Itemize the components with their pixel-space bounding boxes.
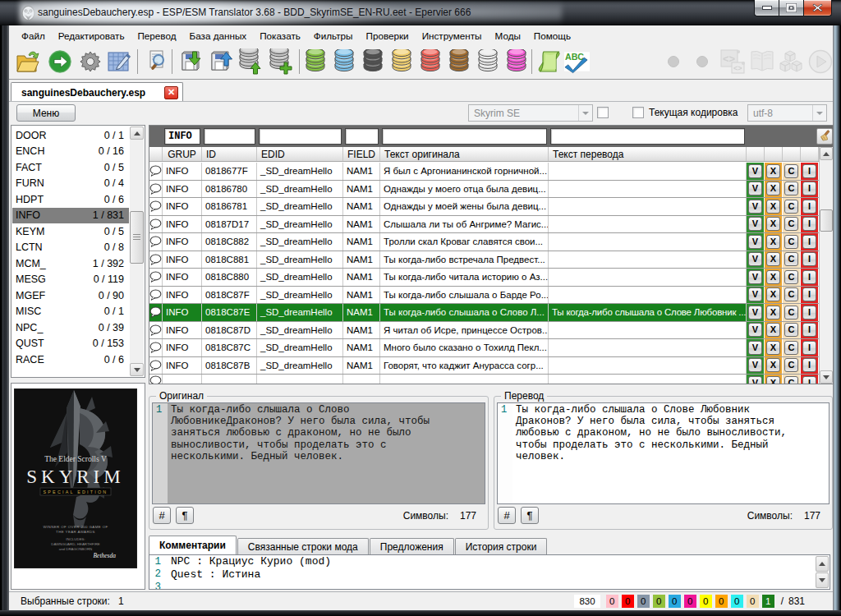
- hash-button[interactable]: #: [498, 507, 516, 524]
- search-icon[interactable]: [142, 48, 169, 76]
- close-button[interactable]: [803, 0, 832, 16]
- row-button-v[interactable]: V: [748, 358, 762, 372]
- tab-предложения[interactable]: Предложения: [370, 538, 454, 554]
- db-red-icon[interactable]: [416, 48, 443, 76]
- row-button-c[interactable]: C: [784, 164, 798, 178]
- row-button-x[interactable]: X: [766, 358, 780, 372]
- row-button-i[interactable]: I: [802, 306, 816, 319]
- scroll-up-icon[interactable]: [820, 147, 833, 160]
- row-button-x[interactable]: X: [766, 306, 780, 319]
- load-translation-icon[interactable]: [207, 48, 234, 76]
- group-item-npc_[interactable]: NPC_0 / 39: [12, 319, 129, 336]
- group-item-misc[interactable]: MISC0 / 1: [12, 304, 129, 320]
- group-item-mgef[interactable]: MGEF0 / 90: [12, 287, 129, 304]
- clear-filters-button[interactable]: [816, 128, 833, 145]
- row-button-i[interactable]: I: [802, 182, 816, 195]
- group-item-info[interactable]: INFO1 / 831: [12, 208, 129, 224]
- menu-показать[interactable]: Показать: [253, 27, 307, 44]
- row-button-i[interactable]: I: [802, 358, 816, 372]
- row-button-v[interactable]: V: [748, 217, 762, 231]
- group-item-door[interactable]: DOOR0 / 1: [12, 127, 129, 144]
- open-file-icon[interactable]: [14, 48, 41, 76]
- translation-editor[interactable]: 1 Ты когда-либо слышала о Слове Любовник…: [497, 402, 830, 504]
- group-item-hdpt[interactable]: HDPT0 / 6: [12, 191, 129, 208]
- minimize-button[interactable]: [754, 0, 779, 16]
- scroll-down-icon[interactable]: [130, 363, 144, 376]
- filter-input-edid[interactable]: [259, 128, 342, 145]
- scroll-parchment-icon[interactable]: [535, 48, 562, 76]
- group-item-mesg[interactable]: MESG0 / 119: [12, 272, 129, 288]
- menu-помощь[interactable]: Помощь: [527, 27, 577, 44]
- table-row[interactable]: INFO0818C881_SD_dreamHelloNAM1Ты когда-л…: [149, 251, 819, 269]
- group-item-lctn[interactable]: LCTN0 / 8: [12, 240, 129, 256]
- comments-scrollbar[interactable]: [816, 556, 829, 588]
- table-scrollbar[interactable]: [819, 147, 833, 384]
- row-button-v[interactable]: V: [748, 306, 762, 319]
- row-button-i[interactable]: I: [802, 287, 816, 301]
- tab-связанные-строки-мода[interactable]: Связанные строки мода: [237, 538, 369, 554]
- row-button-v[interactable]: V: [748, 287, 762, 301]
- row-button-v[interactable]: V: [748, 182, 762, 195]
- row-button-i[interactable]: I: [802, 200, 816, 214]
- row-button-x[interactable]: X: [766, 270, 780, 284]
- tab-close-icon[interactable]: ✕: [164, 86, 178, 99]
- row-button-c[interactable]: C: [784, 306, 798, 319]
- row-button-x[interactable]: X: [766, 182, 780, 195]
- group-item-mcm_[interactable]: MCM_1 / 392: [12, 255, 129, 272]
- row-button-i[interactable]: I: [802, 323, 816, 337]
- menu-инструменты[interactable]: Инструменты: [416, 27, 489, 44]
- menu-файл[interactable]: Файл: [15, 27, 52, 44]
- filter-input-текст-перевода[interactable]: [550, 128, 745, 145]
- scroll-up-icon[interactable]: [130, 126, 144, 140]
- tab-история-строки[interactable]: История строки: [455, 538, 548, 554]
- row-button-c[interactable]: C: [784, 287, 798, 301]
- row-button-c[interactable]: C: [784, 235, 798, 249]
- row-button-i[interactable]: I: [802, 252, 816, 266]
- game-select[interactable]: Skyrim SE: [468, 104, 593, 122]
- encoding-select[interactable]: utf-8: [747, 104, 827, 122]
- db-pink-icon[interactable]: [503, 48, 530, 76]
- table-row[interactable]: INFO0818C880_SD_dreamHelloNAM1Ты когда-л…: [149, 269, 819, 287]
- menu-проверки[interactable]: Проверки: [360, 27, 416, 44]
- row-button-c[interactable]: C: [784, 341, 798, 355]
- db-white-icon[interactable]: [474, 48, 501, 76]
- column-header-5[interactable]: Текст оригинала: [380, 147, 549, 161]
- table-row[interactable]: INFO0818C882_SD_dreamHelloNAM1Тролли ска…: [149, 233, 819, 251]
- row-button-v[interactable]: V: [748, 270, 762, 284]
- scroll-down-icon[interactable]: [816, 572, 829, 588]
- row-button-c[interactable]: C: [784, 200, 798, 214]
- scroll-down-icon[interactable]: [820, 370, 833, 384]
- db-green-icon[interactable]: [301, 48, 329, 76]
- scrollbar-thumb[interactable]: [820, 209, 833, 232]
- table-row[interactable]: INFO0818C87D_SD_dreamHelloNAM1Я читал об…: [149, 322, 819, 340]
- group-item-fact[interactable]: FACT0 / 5: [12, 159, 129, 176]
- table-row[interactable]: INFO08187D17_SD_dreamHelloNAM1Слышала ли…: [149, 216, 819, 234]
- titlebar[interactable]: sanguinesDebauchery.esp - ESP/ESM Transl…: [0, 0, 841, 25]
- row-button-c[interactable]: C: [784, 358, 798, 372]
- filter-input-grup[interactable]: INFO: [164, 128, 200, 145]
- row-button-x[interactable]: X: [766, 287, 780, 301]
- row-button-i[interactable]: I: [802, 164, 816, 178]
- menu-редактировать[interactable]: Редактировать: [52, 27, 131, 44]
- table-row[interactable]: INFO08186780_SD_dreamHelloNAM1Однажды у …: [149, 181, 819, 199]
- encoding-checkbox[interactable]: [632, 107, 644, 118]
- scrollbar-thumb[interactable]: [130, 211, 144, 264]
- game-checkbox[interactable]: [597, 107, 609, 118]
- db-add-icon[interactable]: [266, 48, 293, 76]
- row-button-v[interactable]: V: [748, 235, 762, 249]
- table-row[interactable]: INFO0818C87C_SD_dreamHelloNAM1Много было…: [149, 339, 819, 357]
- table-row[interactable]: INFO0818677F_SD_dreamHelloNAM1Я был с Ар…: [149, 163, 819, 181]
- row-button-v[interactable]: V: [748, 323, 762, 337]
- db-blue-icon[interactable]: [330, 48, 357, 76]
- db-upload-icon[interactable]: [236, 48, 263, 76]
- row-button-c[interactable]: C: [784, 270, 798, 284]
- pilcrow-button[interactable]: ¶: [521, 507, 539, 524]
- table-row[interactable]: INFO0818C87F_SD_dreamHelloNAM1Ты когда-л…: [149, 287, 819, 305]
- column-header-4[interactable]: FIELD: [343, 147, 380, 161]
- table-row[interactable]: INFO0818C87E_SD_dreamHelloNAM1Ты когда-л…: [149, 304, 819, 322]
- row-button-v[interactable]: V: [748, 200, 762, 214]
- row-button-c[interactable]: C: [784, 323, 798, 337]
- row-button-v[interactable]: V: [748, 341, 762, 355]
- process-translation-icon[interactable]: [46, 48, 73, 76]
- row-button-i[interactable]: I: [802, 235, 816, 249]
